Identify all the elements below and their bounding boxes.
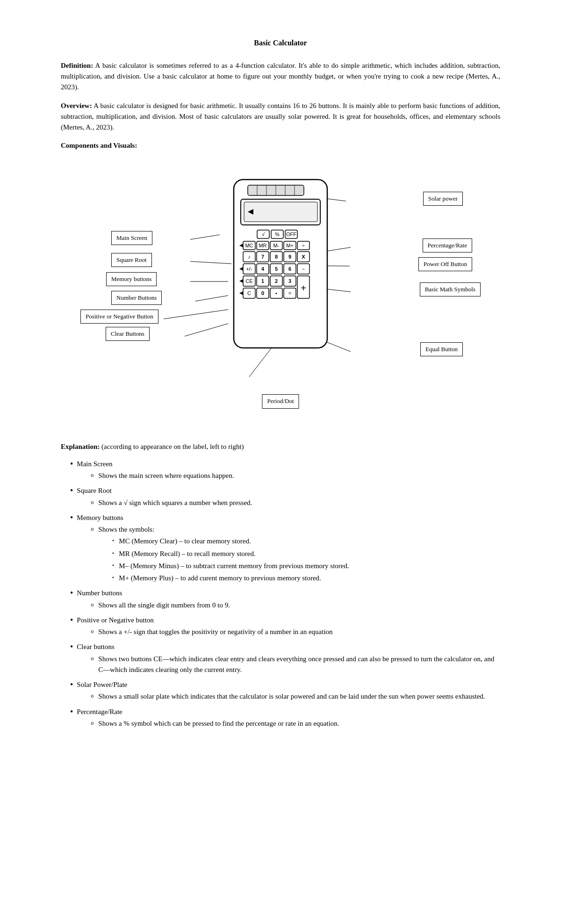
svg-text:÷: ÷ bbox=[302, 243, 305, 248]
svg-text:OFF: OFF bbox=[286, 231, 296, 237]
sub-list: Shows a √ sign which squares a number wh… bbox=[77, 498, 500, 508]
item-label: Main Screen bbox=[77, 460, 112, 468]
overview-text: A basic calculator is designed for basic… bbox=[61, 102, 500, 131]
list-item: •Solar Power/PlateShows a small solar pl… bbox=[70, 679, 500, 704]
sub-sub-list: MC (Memory Clear) – to clear memory stor… bbox=[98, 536, 500, 584]
svg-text:=: = bbox=[288, 290, 291, 296]
item-label: Square Root bbox=[77, 487, 112, 494]
page-title: Basic Calculator bbox=[61, 37, 500, 49]
bullet-icon: • bbox=[70, 485, 73, 496]
sub-list: Shows two buttons CE—which indicates cle… bbox=[77, 654, 500, 676]
svg-text:X: X bbox=[302, 254, 305, 260]
list-item: •Number buttonsShows all the single digi… bbox=[70, 588, 500, 612]
list-item: •Positive or Negative buttonShows a +/- … bbox=[70, 615, 500, 639]
sub-list: Shows a % symbol which can be pressed to… bbox=[77, 718, 500, 729]
sub-list-item: Shows the symbols:MC (Memory Clear) – to… bbox=[91, 524, 500, 584]
svg-text:M+: M+ bbox=[286, 243, 294, 248]
sub-sub-item: MR (Memory Recall) – to recall memory st… bbox=[112, 549, 500, 559]
sub-list: Shows the symbols:MC (Memory Clear) – to… bbox=[77, 524, 500, 584]
explanation-list: •Main ScreenShows the main screen where … bbox=[61, 459, 500, 730]
item-label: Clear buttons bbox=[77, 643, 114, 650]
label-percentage-rate: Percentage/Rate bbox=[423, 238, 472, 253]
svg-text:√: √ bbox=[262, 231, 265, 237]
list-item: •Clear buttonsShows two buttons CE—which… bbox=[70, 642, 500, 677]
explanation-intro: Explanation: (according to appearance on… bbox=[61, 441, 500, 452]
svg-text:CE: CE bbox=[245, 278, 252, 284]
svg-text:4: 4 bbox=[261, 266, 265, 272]
sub-list: Shows a small solar plate which indicate… bbox=[77, 691, 500, 702]
svg-line-3 bbox=[190, 261, 231, 264]
svg-text:8: 8 bbox=[275, 254, 278, 260]
sub-list-item: Shows the main screen where equations ha… bbox=[91, 470, 500, 481]
svg-text:MR: MR bbox=[259, 243, 266, 248]
item-label: Positive or Negative button bbox=[77, 616, 154, 624]
label-square-root: Square Root bbox=[111, 253, 152, 267]
explanation-intro-text: (according to appearance on the label, l… bbox=[100, 443, 244, 450]
item-content: Solar Power/PlateShows a small solar pla… bbox=[77, 679, 500, 704]
svg-text:0: 0 bbox=[261, 290, 264, 296]
definition-label: Definition: bbox=[61, 62, 93, 69]
components-heading: Components and Visuals: bbox=[61, 140, 500, 151]
explanation-bold: Explanation: bbox=[61, 443, 100, 450]
calculator-svg: √ % OFF MC MR M- M+ ÷ ♪ 7 8 9 bbox=[229, 175, 332, 356]
bullet-icon: • bbox=[70, 615, 73, 626]
sub-list-item: Shows two buttons CE—which indicates cle… bbox=[91, 654, 500, 676]
svg-text:MC: MC bbox=[245, 243, 253, 248]
bullet-icon: • bbox=[70, 588, 73, 599]
sub-list-item: Shows a small solar plate which indicate… bbox=[91, 691, 500, 702]
label-clear-buttons: Clear Buttons bbox=[106, 327, 150, 341]
definition-text: A basic calculator is sometimes referred… bbox=[61, 62, 500, 91]
label-power-off: Power Off Button bbox=[418, 257, 472, 271]
label-number-buttons: Number Buttons bbox=[111, 291, 162, 305]
sub-list: Shows a +/- sign that toggles the positi… bbox=[77, 627, 500, 637]
item-content: Memory buttonsShows the symbols:MC (Memo… bbox=[77, 513, 500, 585]
svg-line-8 bbox=[164, 310, 228, 319]
label-period-dot: Period/Dot bbox=[262, 394, 299, 408]
list-item: •Main ScreenShows the main screen where … bbox=[70, 459, 500, 483]
overview-label: Overview: bbox=[61, 102, 92, 109]
svg-text:1: 1 bbox=[261, 278, 264, 284]
svg-text:+/-: +/- bbox=[246, 266, 252, 272]
item-label: Percentage/Rate bbox=[77, 708, 122, 715]
calculator-diagram: √ % OFF MC MR M- M+ ÷ ♪ 7 8 9 bbox=[61, 166, 500, 418]
svg-text:+: + bbox=[301, 283, 306, 293]
bullet-icon: • bbox=[70, 513, 73, 523]
svg-text:•: • bbox=[275, 290, 277, 296]
label-solar-power: Solar power bbox=[423, 192, 463, 206]
list-item: •Memory buttonsShows the symbols:MC (Mem… bbox=[70, 513, 500, 585]
sub-list: Shows all the single digit numbers from … bbox=[77, 600, 500, 611]
sub-list-item: Shows a % symbol which can be pressed to… bbox=[91, 718, 500, 729]
svg-text:3: 3 bbox=[288, 278, 291, 284]
sub-sub-item: M+ (Memory Plus) – to add curent memory … bbox=[112, 573, 500, 584]
item-content: Percentage/RateShows a % symbol which ca… bbox=[77, 707, 500, 731]
svg-text:2: 2 bbox=[275, 278, 278, 284]
item-label: Memory buttons bbox=[77, 514, 123, 521]
item-content: Clear buttonsShows two buttons CE—which … bbox=[77, 642, 500, 677]
bullet-icon: • bbox=[70, 642, 73, 652]
sub-list-item: Shows a √ sign which squares a number wh… bbox=[91, 498, 500, 508]
svg-text:C: C bbox=[247, 290, 251, 296]
list-item: •Percentage/RateShows a % symbol which c… bbox=[70, 707, 500, 731]
svg-text:−: − bbox=[302, 266, 305, 272]
svg-text:5: 5 bbox=[275, 266, 278, 272]
svg-text:7: 7 bbox=[261, 254, 264, 260]
sub-list-item: Shows a +/- sign that toggles the positi… bbox=[91, 627, 500, 637]
svg-text:♪: ♪ bbox=[248, 254, 251, 260]
sub-sub-item: M– (Memory Minus) – to subtract current … bbox=[112, 561, 500, 571]
svg-line-1 bbox=[190, 235, 220, 239]
item-label: Solar Power/Plate bbox=[77, 681, 127, 688]
svg-rect-20 bbox=[244, 202, 317, 222]
sub-sub-item: MC (Memory Clear) – to clear memory stor… bbox=[112, 536, 500, 547]
item-content: Square RootShows a √ sign which squares … bbox=[77, 485, 500, 510]
overview-paragraph: Overview: A basic calculator is designed… bbox=[61, 101, 500, 133]
svg-text:M-: M- bbox=[273, 243, 280, 248]
item-content: Positive or Negative buttonShows a +/- s… bbox=[77, 615, 500, 639]
bullet-icon: • bbox=[70, 679, 73, 690]
label-main-screen: Main Screen bbox=[111, 231, 152, 245]
label-memory-buttons: Memory buttons bbox=[106, 272, 157, 286]
label-basic-math: Basic Math Symbols bbox=[420, 282, 481, 296]
svg-text:6: 6 bbox=[288, 266, 291, 272]
sub-list: Shows the main screen where equations ha… bbox=[77, 470, 500, 481]
bullet-icon: • bbox=[70, 707, 73, 717]
definition-paragraph: Definition: A basic calculator is someti… bbox=[61, 60, 500, 93]
